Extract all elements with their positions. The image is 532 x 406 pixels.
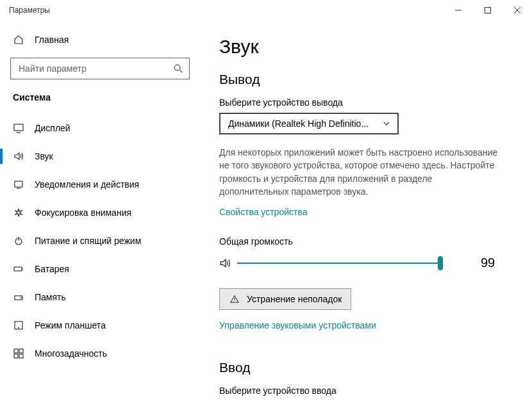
troubleshoot-button[interactable]: Устранение неполадок [219, 288, 351, 310]
sidebar-item-label: Фокусировка внимания [35, 207, 131, 218]
troubleshoot-label: Устранение неполадок [247, 294, 342, 304]
sidebar-home-label: Главная [35, 35, 69, 45]
sidebar-item-label: Батарея [35, 264, 69, 274]
sidebar-item-battery[interactable]: Батарея [0, 255, 200, 283]
search-icon [172, 63, 184, 74]
search-field[interactable] [17, 63, 172, 74]
svg-rect-13 [19, 354, 23, 358]
search-input[interactable] [10, 58, 190, 79]
battery-icon [13, 263, 24, 275]
output-device-dropdown[interactable]: Динамики (Realtek High Definitio... [219, 113, 399, 134]
input-device-label: Выберите устройство ввода [219, 386, 513, 396]
warning-icon [229, 293, 240, 305]
input-heading: Ввод [219, 360, 513, 375]
svg-rect-0 [485, 8, 491, 13]
svg-point-1 [174, 65, 180, 70]
sidebar-item-label: Память [35, 292, 66, 302]
sidebar-item-notifications[interactable]: Уведомления и действия [0, 170, 200, 199]
output-heading: Вывод [219, 72, 513, 87]
sidebar-item-label: Звук [35, 151, 53, 161]
sidebar-item-tablet[interactable]: Режим планшета [0, 311, 200, 339]
tablet-icon [13, 320, 24, 331]
sidebar-item-sound[interactable]: Звук [0, 142, 200, 170]
output-device-selected: Динамики (Realtek High Definitio... [228, 118, 369, 129]
titlebar: Параметры [0, 0, 532, 20]
svg-point-7 [21, 298, 22, 298]
svg-rect-11 [19, 349, 23, 353]
maximize-button[interactable] [473, 0, 503, 20]
sidebar-item-label: Режим планшета [35, 320, 106, 330]
minimize-button[interactable] [444, 0, 473, 20]
svg-point-9 [19, 328, 19, 329]
sidebar-item-storage[interactable]: Память [0, 283, 200, 311]
sidebar-category: Система [0, 88, 200, 114]
display-icon [13, 122, 24, 134]
storage-icon [13, 291, 24, 303]
volume-icon[interactable] [219, 257, 231, 269]
page-title: Звук [219, 36, 513, 58]
svg-rect-12 [14, 354, 18, 358]
manage-devices-link[interactable]: Управление звуковыми устройствами [219, 320, 376, 330]
output-note: Для некоторых приложений может быть наст… [219, 146, 501, 198]
svg-rect-10 [14, 349, 18, 353]
svg-rect-5 [14, 267, 22, 271]
sidebar-item-label: Уведомления и действия [35, 179, 139, 190]
sidebar: Главная Система Дисплей Звук [0, 20, 200, 406]
sidebar-item-focus[interactable]: Фокусировка внимания [0, 199, 200, 227]
main-content: Звук Вывод Выберите устройство вывода Ди… [200, 20, 532, 406]
sidebar-item-multitasking[interactable]: Многозадачность [0, 339, 200, 368]
svg-rect-2 [14, 124, 23, 131]
volume-label: Общая громкость [219, 236, 513, 247]
close-button[interactable] [503, 0, 532, 20]
sidebar-item-display[interactable]: Дисплей [0, 114, 200, 142]
device-properties-link[interactable]: Свойства устройства [219, 207, 308, 217]
sidebar-home[interactable]: Главная [0, 27, 200, 53]
output-device-label: Выберите устройство вывода [219, 97, 513, 108]
sidebar-item-label: Дисплей [35, 123, 71, 133]
sidebar-item-power[interactable]: Питание и спящий режим [0, 227, 200, 255]
focus-icon [13, 207, 24, 218]
chevron-down-icon [381, 118, 392, 129]
window-title: Параметры [9, 6, 50, 15]
sidebar-item-label: Многозадачность [35, 348, 107, 359]
power-icon [13, 235, 24, 247]
multitasking-icon [13, 348, 24, 359]
volume-slider[interactable] [237, 258, 442, 268]
home-icon [13, 34, 24, 45]
sidebar-item-label: Питание и спящий режим [35, 236, 141, 246]
svg-rect-3 [15, 181, 22, 187]
notifications-icon [13, 179, 24, 190]
sound-icon [13, 150, 24, 162]
volume-value: 99 [481, 256, 495, 270]
